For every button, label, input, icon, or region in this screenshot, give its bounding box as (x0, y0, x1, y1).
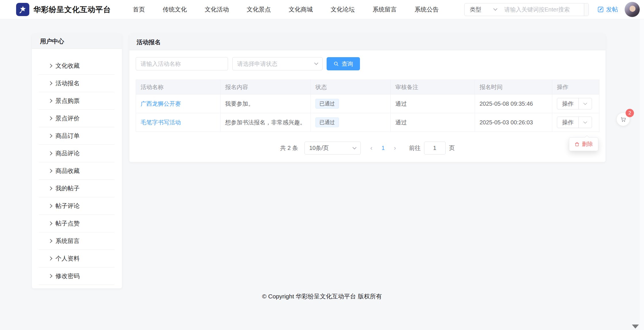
query-button[interactable]: 查询 (327, 57, 360, 70)
time-cell: 2025-05-03 00:26:03 (475, 113, 552, 132)
sidebar-item-post-comments[interactable]: 帖子评论 (39, 197, 114, 215)
sidebar-item-post-likes[interactable]: 帖子点赞 (39, 215, 114, 232)
status-select-placeholder: 请选择申请状态 (237, 60, 277, 68)
scroll-down-indicator[interactable] (632, 325, 639, 329)
col-activity-name: 活动名称 (136, 80, 221, 94)
signup-content-cell: 我要参加。 (221, 94, 311, 113)
brand-title: 华彩纷呈文化互动平台 (33, 5, 111, 15)
sidebar-item-change-password[interactable]: 修改密码 (39, 267, 114, 285)
signup-content-cell: 想参加书法报名，非常感兴趣。 (221, 113, 311, 132)
sidebar-menu: 文化收藏 活动报名 景点购票 景点评价 商品订单 商品评论 商品收藏 我的帖子 … (32, 49, 122, 285)
status-select[interactable]: 请选择申请状态 (232, 57, 323, 70)
action-button-label[interactable]: 操作 (557, 117, 578, 128)
nav-culture-forum[interactable]: 文化论坛 (331, 5, 355, 13)
nav-culture-activities[interactable]: 文化活动 (205, 5, 229, 13)
chevron-right-icon (48, 239, 52, 243)
sidebar-item-system-messages[interactable]: 系统留言 (39, 232, 114, 250)
pagination: 共 2 条 10条/页 ‹ 1 › 前往 页 (136, 142, 599, 155)
action-button-label[interactable]: 操作 (557, 98, 578, 109)
nav-culture-scenic[interactable]: 文化景点 (247, 5, 271, 13)
chevron-right-icon (48, 99, 52, 103)
trash-icon (574, 142, 580, 147)
status-tag: 已通过 (315, 99, 339, 109)
page-size-select[interactable]: 10条/页 (304, 142, 361, 155)
query-button-label: 查询 (342, 60, 353, 68)
sidebar-item-profile[interactable]: 个人资料 (39, 250, 114, 267)
table-header-row: 活动名称 报名内容 状态 审核备注 报名时间 操作 (136, 80, 599, 94)
chevron-right-icon (48, 151, 52, 155)
sidebar-item-product-comments[interactable]: 商品评论 (39, 145, 114, 162)
sidebar-item-ticket-purchase[interactable]: 景点购票 (39, 92, 114, 110)
action-caret[interactable] (578, 117, 592, 128)
pagination-total: 共 2 条 (280, 144, 298, 152)
main-nav: 首页 传统文化 文化活动 文化景点 文化商城 文化论坛 系统留言 系统公告 (133, 5, 439, 13)
top-header: 华彩纷呈文化互动平台 首页 传统文化 文化活动 文化景点 文化商城 文化论坛 系… (0, 0, 644, 19)
action-caret[interactable] (578, 98, 592, 109)
sidebar-item-activity-signup[interactable]: 活动报名 (39, 75, 114, 92)
sidebar-item-product-orders[interactable]: 商品订单 (39, 127, 114, 145)
nav-culture-mall[interactable]: 文化商城 (289, 5, 313, 13)
table-row: 广西龙狮公开赛 我要参加。 已通过 通过 2025-05-08 09:35:46… (136, 94, 599, 113)
sidebar-item-my-posts[interactable]: 我的帖子 (39, 180, 114, 197)
current-page[interactable]: 1 (378, 145, 388, 151)
search-icon (334, 61, 339, 67)
status-tag: 已通过 (315, 117, 339, 127)
col-signup-time: 报名时间 (475, 80, 552, 94)
edit-icon (597, 6, 604, 13)
chevron-right-icon (48, 274, 52, 278)
search-type-value: 类型 (470, 6, 481, 13)
nav-traditional-culture[interactable]: 传统文化 (163, 5, 187, 13)
sidebar-title: 用户中心 (32, 34, 122, 49)
chevron-down-icon (583, 120, 587, 123)
sidebar: 用户中心 文化收藏 活动报名 景点购票 景点评价 商品订单 商品评论 商品收藏 … (32, 34, 122, 288)
nav-home[interactable]: 首页 (133, 5, 145, 13)
chevron-down-icon (314, 61, 318, 65)
scrollbar-track[interactable] (639, 19, 644, 330)
activity-name-link[interactable]: 毛笔字书写活动 (141, 119, 181, 126)
activity-name-link[interactable]: 广西龙狮公开赛 (141, 101, 181, 107)
header-search-button[interactable] (584, 3, 589, 16)
brand[interactable]: 华彩纷呈文化互动平台 (16, 3, 111, 16)
chevron-right-icon (48, 64, 52, 68)
search-type-select[interactable]: 类型 (465, 3, 501, 16)
chevron-down-icon (583, 101, 587, 105)
chevron-right-icon (48, 256, 52, 260)
footer-copyright: © Copyright 华彩纷呈文化互动平台 版权所有 (0, 292, 644, 300)
panel-body: 请选择申请状态 查询 活动名称 报名内容 状态 审核备注 (129, 50, 605, 162)
sidebar-item-product-favorites[interactable]: 商品收藏 (39, 162, 114, 180)
delete-menu-item[interactable]: 删除 (574, 140, 593, 148)
chevron-right-icon (48, 186, 52, 190)
cart-button[interactable]: 2 (616, 113, 630, 126)
panel-title: 活动报名 (129, 34, 605, 50)
cart-count-badge: 2 (626, 109, 634, 117)
header-search-group: 类型 (464, 3, 589, 16)
chevron-down-icon (493, 7, 497, 11)
action-split-button[interactable]: 操作 (557, 117, 592, 128)
post-link[interactable]: 发帖 (597, 5, 618, 13)
signup-table: 活动名称 报名内容 状态 审核备注 报名时间 操作 广西龙狮公开赛 我要参加。 … (136, 80, 599, 132)
col-actions: 操作 (552, 80, 599, 94)
goto-label: 前往 (409, 144, 421, 152)
user-avatar[interactable] (624, 2, 640, 17)
remark-cell: 通过 (391, 113, 475, 132)
remark-cell: 通过 (391, 94, 475, 113)
page-size-value: 10条/页 (309, 144, 329, 152)
table-row: 毛笔字书写活动 想参加书法报名，非常感兴趣。 已通过 通过 2025-05-03… (136, 113, 599, 132)
action-split-button[interactable]: 操作 (557, 98, 592, 109)
header-search-input[interactable] (501, 3, 584, 16)
nav-system-message[interactable]: 系统留言 (373, 5, 397, 13)
time-cell: 2025-05-08 09:35:46 (475, 94, 552, 113)
filter-bar: 请选择申请状态 查询 (136, 57, 599, 70)
brand-logo-icon (16, 3, 29, 16)
chevron-right-icon (48, 81, 52, 85)
chevron-down-icon (352, 145, 356, 149)
sidebar-item-culture-favorites[interactable]: 文化收藏 (39, 57, 114, 75)
activity-signup-panel: 活动报名 请选择申请状态 查询 活动名称 报名 (129, 34, 605, 162)
chevron-right-icon (48, 134, 52, 138)
nav-system-announcement[interactable]: 系统公告 (415, 5, 439, 13)
prev-page-button[interactable]: ‹ (367, 142, 376, 155)
goto-page-input[interactable] (424, 142, 446, 155)
sidebar-item-scenic-review[interactable]: 景点评价 (39, 110, 114, 127)
next-page-button[interactable]: › (390, 142, 400, 155)
activity-name-input[interactable] (136, 57, 228, 70)
